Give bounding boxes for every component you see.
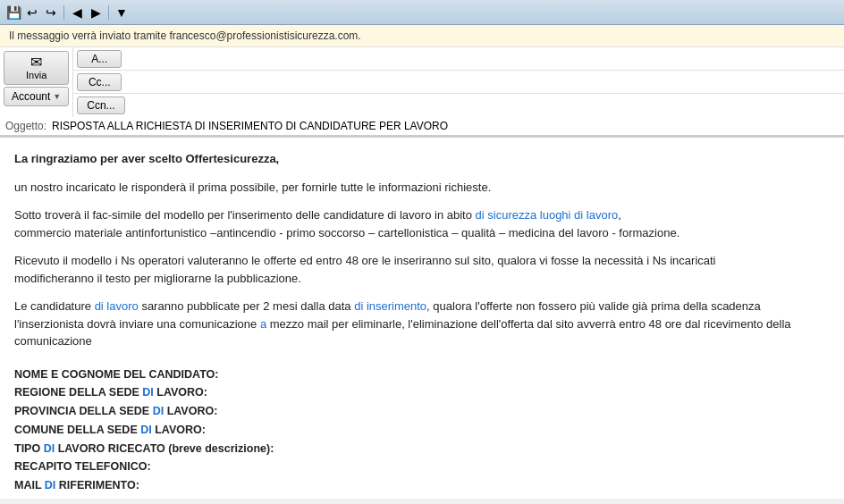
back-icon[interactable]: ◀ xyxy=(69,4,85,21)
save-icon[interactable]: 💾 xyxy=(5,4,21,21)
subject-label: Oggetto: xyxy=(5,120,46,132)
form-field-4: TIPO DI LAVORO RICECATO (breve descrizio… xyxy=(14,441,830,458)
to-button[interactable]: A... xyxy=(77,50,122,68)
account-label: Account xyxy=(12,90,50,103)
left-buttons: ✉ Invia Account ▼ xyxy=(0,47,73,117)
form-field-1: REGIONE DELLA SEDE DI LAVORO: xyxy=(14,384,830,401)
message-body: La ringraziamo per aver scelto Offertesi… xyxy=(0,138,844,499)
account-dropdown-arrow: ▼ xyxy=(53,92,61,101)
cc-input[interactable] xyxy=(125,74,844,90)
customize-icon[interactable]: ▼ xyxy=(114,4,130,21)
info-text: Il messaggio verrà inviato tramite franc… xyxy=(9,29,361,42)
body-para1: La ringraziamo per aver scelto Offertesi… xyxy=(14,150,830,168)
body-para1-text: La ringraziamo per aver scelto Offertesi… xyxy=(14,152,279,165)
subject-row: Oggetto: xyxy=(0,117,844,136)
send-label: Invia xyxy=(26,70,46,80)
forward-icon[interactable]: ▶ xyxy=(88,4,104,21)
to-input[interactable] xyxy=(125,51,844,67)
body-para4: Ricevuto il modello i Ns operatori valut… xyxy=(14,252,830,287)
form-field-0: NOME E COGNOME DEL CANDIDATO: xyxy=(14,366,830,383)
right-rows: A... Cc... Ccn... xyxy=(73,47,844,117)
body-para2: un nostro incaricato le risponderà il pr… xyxy=(14,179,830,197)
header-area: ✉ Invia Account ▼ A... Cc... Ccn... xyxy=(0,47,844,138)
bcc-input[interactable] xyxy=(129,97,844,113)
info-bar: Il messaggio verrà inviato tramite franc… xyxy=(0,25,844,47)
form-field-6: MAIL DI RIFERIMENTO: xyxy=(14,477,830,494)
form-field-3: COMUNE DELLA SEDE DI LAVORO: xyxy=(14,422,830,439)
toolbar-separator xyxy=(63,5,64,20)
bcc-row: Ccn... xyxy=(73,94,844,117)
top-rows: ✉ Invia Account ▼ A... Cc... Ccn... xyxy=(0,47,844,117)
to-row: A... xyxy=(73,47,844,71)
toolbar: 💾 ↩ ↪ ◀ ▶ ▼ xyxy=(0,0,844,25)
account-button[interactable]: Account ▼ xyxy=(4,87,69,106)
cc-row: Cc... xyxy=(73,71,844,94)
body-para3: Sotto troverà il fac-simile del modello … xyxy=(14,206,830,241)
send-button[interactable]: ✉ Invia xyxy=(4,51,69,85)
form-fields: NOME E COGNOME DEL CANDIDATO:REGIONE DEL… xyxy=(14,366,830,494)
toolbar-separator-2 xyxy=(108,5,109,20)
subject-input[interactable] xyxy=(52,120,839,132)
form-field-2: PROVINCIA DELLA SEDE DI LAVORO: xyxy=(14,403,830,420)
body-para5: Le candidature di lavoro saranno pubblic… xyxy=(14,298,830,350)
undo-icon[interactable]: ↩ xyxy=(24,4,40,21)
redo-icon[interactable]: ↪ xyxy=(43,4,59,21)
form-field-5: RECAPITO TELEFONICO: xyxy=(14,458,830,475)
bcc-button[interactable]: Ccn... xyxy=(77,97,124,114)
cc-button[interactable]: Cc... xyxy=(77,73,122,91)
send-icon: ✉ xyxy=(30,55,42,70)
